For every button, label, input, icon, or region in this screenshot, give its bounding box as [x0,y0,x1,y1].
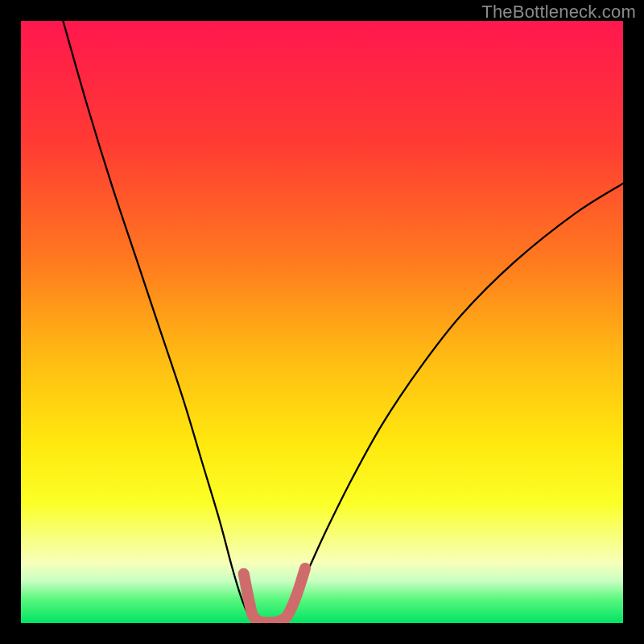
chart-curves [21,21,623,623]
watermark-text: TheBottleneck.com [481,2,636,23]
series-curve [63,21,623,623]
chart-frame: TheBottleneck.com [0,0,644,644]
series-marker [244,568,305,622]
plot-area [21,21,623,623]
